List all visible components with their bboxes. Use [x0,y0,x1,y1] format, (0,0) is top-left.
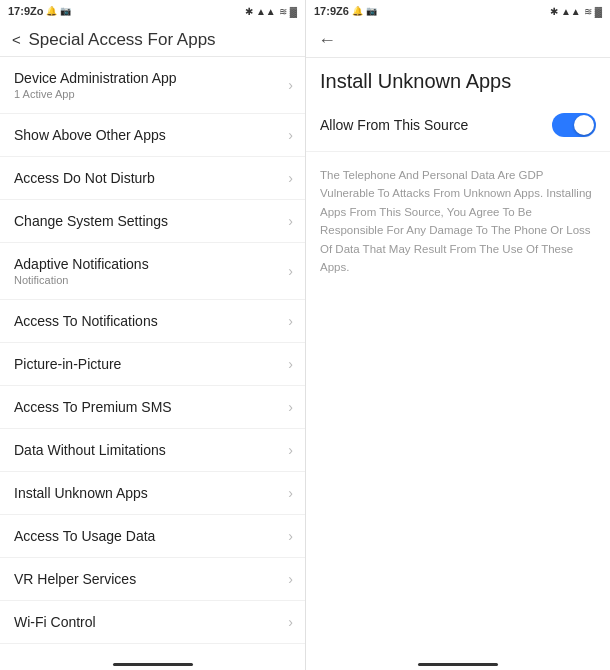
chevron-icon-12: › [288,614,293,630]
menu-item-title-8: Data Without Limitations [14,442,166,458]
menu-item-title-4: Adaptive Notifications [14,256,149,272]
menu-item-premium-sms[interactable]: Access To Premium SMS › [0,386,305,429]
left-header: < Special Access For Apps [0,22,305,57]
menu-item-content-6: Picture-in-Picture [14,356,121,372]
right-bluetooth-icon: ✱ [550,6,558,17]
right-page-title: Install Unknown Apps [306,58,610,99]
left-panel: 17:9Zo 🔔 📷 ✱ ▲▲ ≋ ▓ < Special Access For… [0,0,305,670]
chevron-icon-2: › [288,170,293,186]
right-status-right: ✱ ▲▲ ≋ ▓ [550,6,602,17]
menu-item-content-10: Access To Usage Data [14,528,155,544]
chevron-icon-6: › [288,356,293,372]
back-icon[interactable]: < [12,31,21,48]
right-battery-icon: ▓ [595,6,602,17]
menu-item-title-3: Change System Settings [14,213,168,229]
menu-item-content-4: Adaptive Notifications Notification [14,256,149,286]
menu-item-title-12: Wi-Fi Control [14,614,96,630]
right-time: 17:9Z6 [314,5,349,17]
left-header-title: < Special Access For Apps [12,30,293,50]
warning-text: The Telephone And Personal Data Are GDP … [306,152,610,290]
left-signal-icon: ▲▲ [256,6,276,17]
menu-item-title-9: Install Unknown Apps [14,485,148,501]
right-camera-icon: 📷 [366,6,377,16]
right-home-indicator [418,663,498,666]
chevron-icon-11: › [288,571,293,587]
left-home-indicator [113,663,193,666]
menu-item-content-1: Show Above Other Apps [14,127,166,143]
menu-item-title-11: VR Helper Services [14,571,136,587]
chevron-icon-5: › [288,313,293,329]
menu-item-title-6: Picture-in-Picture [14,356,121,372]
menu-item-do-not-disturb[interactable]: Access Do Not Disturb › [0,157,305,200]
menu-item-title-5: Access To Notifications [14,313,158,329]
chevron-icon-0: › [288,77,293,93]
menu-item-content-2: Access Do Not Disturb [14,170,155,186]
left-wifi-icon: ≋ [279,6,287,17]
menu-item-title-10: Access To Usage Data [14,528,155,544]
left-status-time: 17:9Zo 🔔 📷 [8,5,71,17]
toggle-label: Allow From This Source [320,117,468,133]
menu-item-title-1: Show Above Other Apps [14,127,166,143]
left-menu-list: Device Administration App 1 Active App ›… [0,57,305,646]
left-notif-icon: 🔔 [46,6,57,16]
left-bluetooth-icon: ✱ [245,6,253,17]
left-bottom-bar [0,646,305,670]
menu-item-content-0: Device Administration App 1 Active App [14,70,177,100]
left-status-bar: 17:9Zo 🔔 📷 ✱ ▲▲ ≋ ▓ [0,0,305,22]
right-status-time: 17:9Z6 🔔 📷 [314,5,377,17]
chevron-icon-4: › [288,263,293,279]
menu-item-title-0: Device Administration App [14,70,177,86]
toggle-row: Allow From This Source [306,99,610,152]
menu-item-title-7: Access To Premium SMS [14,399,172,415]
menu-item-data-limits[interactable]: Data Without Limitations › [0,429,305,472]
chevron-icon-10: › [288,528,293,544]
menu-item-show-above[interactable]: Show Above Other Apps › [0,114,305,157]
left-camera-icon: 📷 [60,6,71,16]
menu-item-content-8: Data Without Limitations [14,442,166,458]
right-bottom-bar [306,646,610,670]
menu-item-subtitle-0: 1 Active App [14,88,177,100]
chevron-icon-1: › [288,127,293,143]
right-signal-icon: ▲▲ [561,6,581,17]
menu-item-access-notif[interactable]: Access To Notifications › [0,300,305,343]
menu-item-content-7: Access To Premium SMS [14,399,172,415]
chevron-icon-7: › [288,399,293,415]
right-status-bar: 17:9Z6 🔔 📷 ✱ ▲▲ ≋ ▓ [306,0,610,22]
menu-item-subtitle-4: Notification [14,274,149,286]
chevron-icon-8: › [288,442,293,458]
left-battery-icon: ▓ [290,6,297,17]
right-back-arrow[interactable]: ← [318,30,336,50]
menu-item-content-5: Access To Notifications [14,313,158,329]
right-wifi-icon: ≋ [584,6,592,17]
menu-item-content-3: Change System Settings [14,213,168,229]
allow-source-toggle[interactable] [552,113,596,137]
menu-item-change-system[interactable]: Change System Settings › [0,200,305,243]
menu-item-wifi-control[interactable]: Wi-Fi Control › [0,601,305,644]
menu-item-content-11: VR Helper Services [14,571,136,587]
menu-item-content-12: Wi-Fi Control [14,614,96,630]
left-title-text: Special Access For Apps [29,30,216,49]
menu-item-pip[interactable]: Picture-in-Picture › [0,343,305,386]
menu-item-usage-data[interactable]: Access To Usage Data › [0,515,305,558]
chevron-icon-3: › [288,213,293,229]
menu-item-adaptive-notif[interactable]: Adaptive Notifications Notification › [0,243,305,300]
menu-item-title-2: Access Do Not Disturb [14,170,155,186]
left-time: 17:9Zo [8,5,43,17]
left-status-right: ✱ ▲▲ ≋ ▓ [245,6,297,17]
menu-item-device-admin[interactable]: Device Administration App 1 Active App › [0,57,305,114]
menu-item-vr-helper[interactable]: VR Helper Services › [0,558,305,601]
right-panel: 17:9Z6 🔔 📷 ✱ ▲▲ ≋ ▓ ← Install Unknown Ap… [305,0,610,670]
menu-item-content-9: Install Unknown Apps [14,485,148,501]
right-header: ← [306,22,610,58]
chevron-icon-9: › [288,485,293,501]
menu-item-install-unknown[interactable]: Install Unknown Apps › [0,472,305,515]
right-notif-icon: 🔔 [352,6,363,16]
